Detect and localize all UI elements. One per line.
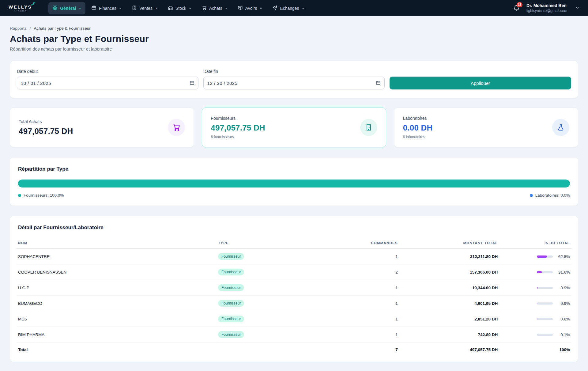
table-row: U.G.P Fournisseur 1 19,344.00 DH 3.9% (16, 280, 572, 296)
stat-cards: Total Achats 497,057.75 DH Fournisseurs … (10, 108, 578, 147)
montant-value: 312,211.80 DH (400, 249, 500, 264)
commandes-value: 1 (322, 327, 400, 343)
menu-item-achats[interactable]: Achats (198, 2, 232, 14)
menu-item-general[interactable]: Général (48, 2, 85, 14)
chevron-down-icon (78, 6, 81, 11)
logo-subtext: PHARMA (14, 10, 27, 12)
cart-icon (202, 5, 207, 11)
chevron-down-icon (119, 6, 122, 11)
legend-label: Fournisseurs: 100.0% (24, 193, 64, 198)
menu-item-ventes[interactable]: Ventes (128, 2, 162, 14)
user-email: lightsynicate@gmail.com (526, 9, 567, 13)
page-title: Achats par Type et Fournisseur (10, 34, 578, 44)
total-commandes: 7 (322, 343, 400, 357)
stat-label: Laboratoires (403, 116, 433, 121)
grid-icon (52, 5, 58, 11)
pct-bar (537, 256, 553, 258)
pct-value: 0.1% (557, 332, 570, 337)
breadcrumb-current: Achats par Type & Fournisseur (34, 26, 91, 31)
chevron-down-icon (189, 6, 192, 11)
menu-label: Finances (99, 6, 116, 11)
stat-card-laboratoires: Laboratoires 0.00 DH 0 laboratoires (394, 108, 578, 147)
type-badge: Fournisseur (218, 300, 244, 307)
calendar-icon[interactable] (190, 80, 194, 86)
stat-card-total-achats: Total Achats 497,057.75 DH (10, 108, 194, 147)
stat-text: Total Achats 497,057.75 DH (19, 119, 73, 136)
table-row: BUMAGECO Fournisseur 1 4,601.95 DH 0.9% (16, 296, 572, 311)
page-subtitle: Répartition des achats par fournisseur e… (10, 47, 578, 51)
pct-bar (537, 334, 553, 336)
total-label: Total (16, 343, 216, 357)
pct-cell: 31.6% (501, 270, 570, 274)
col-pct: % DU TOTAL (499, 238, 572, 249)
stat-sub: 0 laboratoires (403, 135, 433, 139)
cart-icon (168, 119, 185, 136)
type-badge: Fournisseur (218, 331, 244, 338)
total-montant: 497,057.75 DH (400, 343, 500, 357)
supplier-name: RIM PHARMA (16, 327, 216, 343)
type-distribution-bar (18, 180, 570, 187)
menu-label: Avoirs (245, 6, 257, 11)
repartition-card: Répartition par Type Fournisseurs: 100.0… (10, 157, 578, 206)
notifications-button[interactable]: 13 (513, 4, 520, 13)
type-badge: Fournisseur (218, 253, 244, 260)
table-total-row: Total 7 497,057.75 DH 100% (16, 343, 572, 357)
pct-bar (537, 271, 553, 273)
chevron-down-icon[interactable] (575, 6, 579, 11)
type-badge: Fournisseur (218, 284, 244, 291)
wellys-logo[interactable]: WELLYS PHARMA (9, 4, 32, 12)
detail-card: Détail par Fournisseur/Laboratoire NOM T… (10, 216, 578, 362)
commandes-value: 2 (322, 264, 400, 280)
teal-dot-icon (18, 194, 21, 197)
date-start-field: Date début 10 / 01 / 2025 (17, 69, 198, 89)
col-type: TYPE (216, 238, 322, 249)
calendar-icon[interactable] (376, 80, 381, 86)
col-commandes: COMMANDES (322, 238, 400, 249)
apply-button[interactable]: Appliquer (390, 77, 571, 89)
user-menu[interactable]: Dr. Mohammed Ben lightsynicate@gmail.com (526, 3, 567, 13)
col-nom: NOM (16, 238, 216, 249)
breadcrumb-rapports[interactable]: Rapports (10, 26, 27, 31)
menu-label: Général (60, 6, 76, 11)
menu-label: Echanges (280, 6, 299, 11)
repartition-legend: Fournisseurs: 100.0% Laboratoires: 0.0% (18, 193, 570, 198)
total-pct: 100% (499, 343, 572, 357)
menu-item-echanges[interactable]: Echanges (268, 2, 308, 14)
stat-sub: 6 fournisseurs (211, 135, 265, 139)
menu-item-stock[interactable]: Stock (164, 2, 196, 14)
date-start-input[interactable]: 10 / 01 / 2025 (17, 77, 198, 89)
supplier-name: COOPER BENISNASSEN (16, 264, 216, 280)
detail-table: NOM TYPE COMMANDES MONTANT TOTAL % DU TO… (16, 238, 572, 356)
top-navbar: WELLYS PHARMA Général Finances Ventes St… (0, 0, 588, 16)
table-row: RIM PHARMA Fournisseur 1 742.80 DH 0.1% (16, 327, 572, 343)
menu-item-finances[interactable]: Finances (87, 2, 126, 14)
legend-label: Laboratoires: 0.0% (535, 193, 570, 198)
notification-badge: 13 (517, 2, 522, 7)
logo-text: WELLYS (9, 4, 32, 9)
pct-value: 0.9% (557, 301, 570, 306)
pct-cell: 3.9% (501, 286, 570, 290)
montant-value: 19,344.00 DH (400, 280, 500, 296)
chevron-down-icon (259, 6, 262, 11)
date-end-input[interactable]: 12 / 30 / 2025 (203, 77, 385, 89)
stat-label: Total Achats (19, 119, 73, 124)
montant-value: 742.80 DH (400, 327, 500, 343)
type-badge: Fournisseur (218, 269, 244, 275)
building-icon (360, 119, 377, 136)
flask-icon (552, 119, 569, 136)
date-start-label: Date début (17, 69, 198, 74)
detail-title: Détail par Fournisseur/Laboratoire (16, 225, 572, 231)
table-row: SOPHACENTRE Fournisseur 1 312,211.80 DH … (16, 249, 572, 264)
chevron-down-icon (302, 6, 305, 11)
commandes-value: 1 (322, 280, 400, 296)
logo-arrow-icon (31, 2, 36, 8)
filters-card: Date début 10 / 01 / 2025 Date fin 12 / … (10, 61, 578, 98)
calculator-icon (132, 5, 137, 11)
menu-item-avoirs[interactable]: Avoirs (234, 2, 267, 14)
commandes-value: 1 (322, 249, 400, 264)
fournisseurs-bar-fill (18, 180, 570, 187)
stat-value: 0.00 DH (403, 123, 433, 133)
pct-value: 62.8% (557, 254, 570, 259)
supplier-name: SOPHACENTRE (16, 249, 216, 264)
credit-note-icon (238, 5, 243, 11)
